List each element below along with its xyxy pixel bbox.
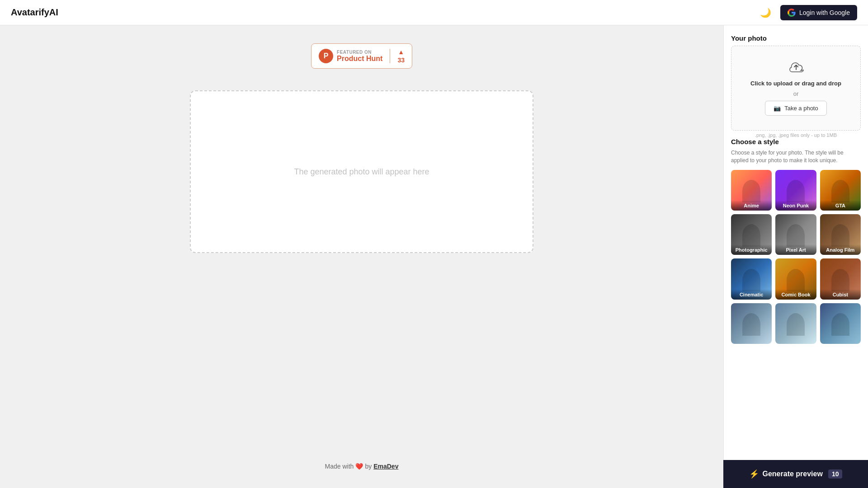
product-hunt-badge[interactable]: P FEATURED ON Product Hunt ▲ 33 xyxy=(311,43,412,69)
style-label-neonpunk: Neon Punk xyxy=(775,200,816,211)
style-label-comicbook: Comic Book xyxy=(775,289,816,300)
header: AvatarifyAI 🌙 Login with Google xyxy=(0,0,868,25)
upload-section: Your photo Click to upload or drag and d… xyxy=(731,34,861,138)
style-label-analogfilm: Analog Film xyxy=(820,244,861,255)
upload-click-text: Click to upload xyxy=(750,80,793,87)
style-item-row4b[interactable] xyxy=(775,303,816,344)
style-item-analogfilm[interactable]: Analog Film xyxy=(820,214,861,255)
sidebar-inner: Your photo Click to upload or drag and d… xyxy=(731,34,861,479)
upload-section-title: Your photo xyxy=(731,34,861,42)
login-label: Login with Google xyxy=(799,9,850,16)
style-item-row4c[interactable] xyxy=(820,303,861,344)
upload-hint: .png, .jpg, .jpeg files only - up to 1MB xyxy=(731,132,861,138)
login-button[interactable]: Login with Google xyxy=(780,5,857,20)
ph-right: ▲ 33 xyxy=(390,48,412,64)
style-section-title: Choose a style xyxy=(731,138,861,145)
style-item-gta[interactable]: GTA xyxy=(820,170,861,211)
style-label-gta: GTA xyxy=(820,200,861,211)
bolt-icon: ⚡ xyxy=(749,469,759,479)
footer-made-with: Made with xyxy=(325,463,354,470)
style-item-anime[interactable]: Anime xyxy=(731,170,772,211)
style-label-cinematic: Cinematic xyxy=(731,289,772,300)
style-item-cubist[interactable]: Cubist xyxy=(820,258,861,299)
ph-left: P FEATURED ON Product Hunt xyxy=(311,49,390,63)
camera-icon: 📷 xyxy=(774,105,781,112)
upload-drag-text: or drag and drop xyxy=(794,80,841,87)
style-label-photographic: Photographic xyxy=(731,244,772,255)
preview-box: The generated photo will appear here xyxy=(190,90,533,253)
style-label-cubist: Cubist xyxy=(820,289,861,300)
ph-text: FEATURED ON Product Hunt xyxy=(337,50,382,63)
ph-arrow-icon: ▲ xyxy=(398,48,404,56)
style-grid: AnimeNeon PunkGTAPhotographicPixel ArtAn… xyxy=(731,170,861,344)
style-label-anime: Anime xyxy=(731,200,772,211)
footer-by: by xyxy=(365,463,372,470)
heart-icon: ❤️ xyxy=(355,463,363,470)
footer: Made with ❤️ by EmaDev xyxy=(325,441,399,470)
moon-icon: 🌙 xyxy=(760,8,771,18)
style-item-row4a[interactable] xyxy=(731,303,772,344)
upload-icon xyxy=(788,61,804,76)
take-photo-button[interactable]: 📷 Take a photo xyxy=(765,101,826,116)
dark-mode-button[interactable]: 🌙 xyxy=(758,5,773,20)
style-label-pixelart: Pixel Art xyxy=(775,244,816,255)
style-section: Choose a style Choose a style for your p… xyxy=(731,138,861,344)
style-item-pixelart[interactable]: Pixel Art xyxy=(775,214,816,255)
ph-logo: P xyxy=(319,49,333,63)
ph-count: 33 xyxy=(397,56,405,64)
generate-button[interactable]: ⚡ Generate preview 10 xyxy=(723,460,868,488)
generate-label: Generate preview xyxy=(763,470,823,478)
logo: AvatarifyAI xyxy=(11,7,58,18)
style-item-neonpunk[interactable]: Neon Punk xyxy=(775,170,816,211)
ph-name: Product Hunt xyxy=(337,55,382,63)
upload-area[interactable]: Click to upload or drag and drop or 📷 Ta… xyxy=(731,46,861,131)
upload-or: or xyxy=(793,90,799,97)
ph-featured-text: FEATURED ON xyxy=(337,50,382,55)
style-item-comicbook[interactable]: Comic Book xyxy=(775,258,816,299)
center-area: P FEATURED ON Product Hunt ▲ 33 The gene… xyxy=(0,25,723,488)
main-content: P FEATURED ON Product Hunt ▲ 33 The gene… xyxy=(0,25,868,488)
style-item-photographic[interactable]: Photographic xyxy=(731,214,772,255)
style-item-cinematic[interactable]: Cinematic xyxy=(731,258,772,299)
google-icon xyxy=(788,9,796,17)
preview-placeholder: The generated photo will appear here xyxy=(294,167,429,177)
take-photo-label: Take a photo xyxy=(784,105,818,112)
style-description: Choose a style for your photo. The style… xyxy=(731,149,861,164)
header-right: 🌙 Login with Google xyxy=(758,5,857,20)
generate-credits: 10 xyxy=(828,469,843,479)
sidebar: Your photo Click to upload or drag and d… xyxy=(723,25,868,488)
footer-author-link[interactable]: EmaDev xyxy=(373,463,398,470)
upload-text: Click to upload or drag and drop xyxy=(750,80,841,87)
